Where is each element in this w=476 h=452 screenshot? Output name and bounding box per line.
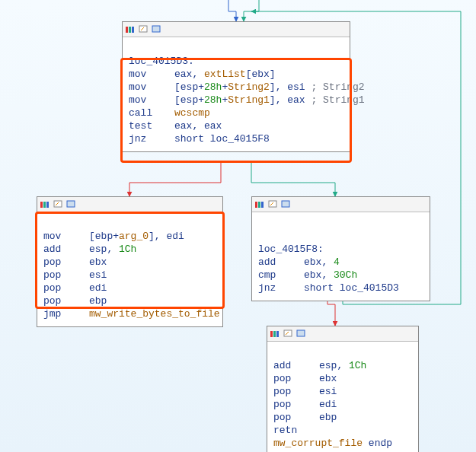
- mnemonic: add: [273, 359, 319, 372]
- mnemonic: pop: [273, 372, 319, 385]
- mnemonic: mov: [129, 81, 174, 94]
- mnemonic: pop: [273, 411, 319, 424]
- svg-rect-12: [261, 202, 264, 208]
- endp-label: mw_corrupt_file: [273, 438, 363, 449]
- svg-rect-18: [284, 330, 292, 336]
- color-bars-icon: [270, 329, 281, 339]
- mnemonic: cmp: [258, 269, 304, 282]
- node-titlebar: [252, 197, 430, 212]
- mnemonic: pop: [43, 269, 89, 282]
- mnemonic: add: [43, 243, 89, 256]
- mnemonic: call: [129, 107, 174, 119]
- mnemonic: jnz: [129, 132, 174, 145]
- svg-rect-16: [273, 331, 276, 337]
- basic-block-4015F8[interactable]: loc_4015F8: addebx, 4 cmpebx, 30Ch jnzsh…: [251, 196, 430, 301]
- node-titlebar: [37, 197, 222, 212]
- mnemonic: mov: [129, 94, 174, 107]
- svg-rect-9: [67, 201, 75, 207]
- mnemonic: mov: [129, 68, 174, 81]
- svg-rect-2: [132, 27, 134, 33]
- node-titlebar: [267, 326, 418, 342]
- code-block: loc_4015F8: addebx, 4 cmpebx, 30Ch jnzsh…: [252, 212, 430, 301]
- svg-rect-13: [269, 201, 276, 207]
- basic-block-4015D3[interactable]: loc_4015D3: moveax, extList[ebx] mov[esp…: [122, 21, 350, 152]
- mnemonic: test: [129, 119, 174, 132]
- mnemonic: pop: [273, 398, 319, 411]
- mnemonic: jmp: [43, 307, 89, 320]
- svg-rect-3: [139, 26, 147, 32]
- svg-rect-0: [126, 27, 128, 33]
- mnemonic: mov: [43, 230, 89, 243]
- svg-rect-10: [255, 202, 257, 208]
- svg-rect-19: [297, 330, 305, 336]
- color-bars-icon: [126, 24, 136, 35]
- svg-rect-11: [258, 202, 260, 208]
- color-bars-icon: [255, 199, 266, 210]
- mnemonic: pop: [43, 294, 89, 307]
- loc-label: loc_4015F8:: [258, 244, 324, 255]
- loc-label: loc_4015D3:: [129, 56, 194, 67]
- edit-icon: [268, 199, 279, 210]
- mnemonic: pop: [43, 256, 89, 269]
- code-block: addesp, 1Ch popebx popesi popedi popebp …: [267, 342, 418, 452]
- mnemonic: add: [258, 256, 304, 269]
- code-block: loc_4015D3: moveax, extList[ebx] mov[esp…: [123, 37, 350, 151]
- mnemonic: pop: [43, 282, 89, 294]
- color-bars-icon: [40, 199, 51, 210]
- node-titlebar: [123, 22, 350, 37]
- svg-rect-15: [270, 331, 273, 337]
- graph-icon: [281, 199, 292, 210]
- svg-rect-6: [43, 202, 46, 208]
- svg-rect-8: [54, 201, 62, 207]
- mnemonic: jnz: [258, 282, 304, 294]
- graph-icon: [66, 199, 77, 210]
- svg-rect-17: [276, 331, 279, 337]
- svg-rect-5: [40, 202, 43, 208]
- edit-icon: [139, 24, 149, 35]
- mnemonic: retn: [273, 424, 319, 437]
- graph-icon: [152, 24, 162, 35]
- edit-icon: [283, 329, 294, 339]
- basic-block-write-bytes[interactable]: mov[ebp+arg_0], edi addesp, 1Ch popebx p…: [37, 196, 223, 327]
- graph-icon: [296, 329, 307, 339]
- svg-rect-1: [129, 27, 131, 33]
- svg-rect-14: [282, 201, 289, 207]
- svg-rect-4: [152, 26, 160, 32]
- svg-rect-7: [46, 202, 49, 208]
- code-block: mov[ebp+arg_0], edi addesp, 1Ch popebx p…: [37, 212, 222, 326]
- mnemonic: pop: [273, 385, 319, 398]
- edit-icon: [53, 199, 64, 210]
- basic-block-epilogue[interactable]: addesp, 1Ch popebx popesi popedi popebp …: [267, 326, 419, 452]
